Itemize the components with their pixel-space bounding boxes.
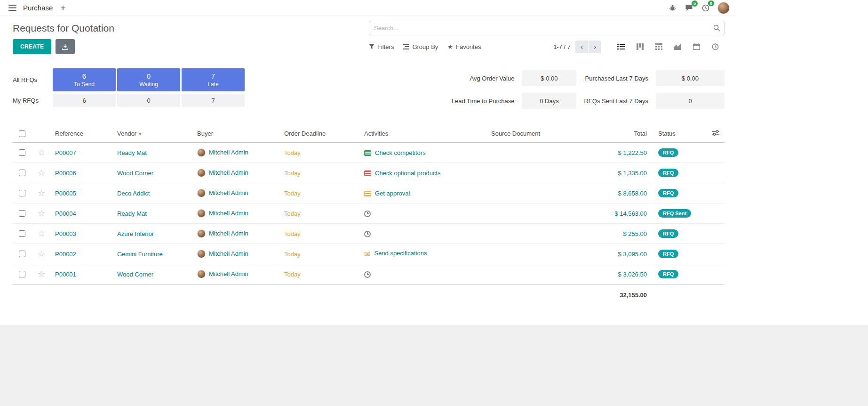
search-icon[interactable]	[713, 24, 720, 33]
buyer-link[interactable]: Mitchell Admin	[209, 270, 248, 277]
vendor-link[interactable]: Gemini Furniture	[117, 251, 163, 258]
activity-clock-icon[interactable]	[364, 211, 371, 217]
table-row[interactable]: ☆ P00003 Azure Interior Mitchell Admin T…	[13, 224, 725, 244]
reference-link[interactable]: P00003	[55, 230, 76, 237]
column-header-activities[interactable]: Activities	[360, 130, 487, 137]
activities-badge: 0	[708, 0, 714, 7]
table-row[interactable]: ☆ P00004 Ready Mat Mitchell Admin Today …	[13, 203, 725, 224]
control-panel: Requests for Quotation CREATE Filte	[0, 16, 737, 61]
buyer-link[interactable]: Mitchell Admin	[209, 189, 248, 196]
row-checkbox[interactable]	[19, 190, 25, 196]
kpi-avg-order-value-label: Avg Order Value	[452, 75, 515, 82]
table-row[interactable]: ☆ P00002 Gemini Furniture Mitchell Admin…	[13, 244, 725, 264]
table-row[interactable]: ☆ P00001 Wood Corner Mitchell Admin Toda…	[13, 264, 725, 284]
filters-button[interactable]: Filters	[369, 43, 394, 50]
vendor-link[interactable]: Ready Mat	[117, 149, 147, 156]
buyer-link[interactable]: Mitchell Admin	[209, 149, 248, 156]
row-checkbox[interactable]	[19, 230, 25, 237]
debug-bug-icon[interactable]	[668, 3, 677, 12]
reference-link[interactable]: P00006	[55, 170, 76, 177]
activity-link[interactable]: Check competitors	[375, 149, 426, 156]
graph-view-icon[interactable]	[668, 40, 687, 53]
create-button[interactable]: CREATE	[13, 39, 51, 54]
column-header-source-document[interactable]: Source Document	[487, 130, 581, 137]
reference-link[interactable]: P00001	[55, 271, 76, 278]
calendar-view-icon[interactable]	[687, 40, 706, 53]
search-bar	[369, 21, 725, 35]
reference-link[interactable]: P00002	[55, 251, 76, 258]
list-view-icon[interactable]	[612, 40, 630, 53]
late-label: Late	[207, 81, 218, 88]
row-checkbox[interactable]	[19, 271, 25, 277]
row-checkbox[interactable]	[19, 210, 25, 217]
row-checkbox[interactable]	[19, 170, 25, 176]
my-waiting-tile[interactable]: 0	[117, 94, 180, 107]
vendor-link[interactable]: Wood Corner	[117, 271, 153, 278]
pager: 1-7 / 7 ‹ ›	[553, 41, 601, 53]
column-header-buyer[interactable]: Buyer	[193, 130, 280, 137]
pager-previous-button[interactable]: ‹	[575, 41, 588, 53]
row-checkbox[interactable]	[19, 251, 25, 257]
select-all-checkbox[interactable]	[19, 130, 25, 137]
kanban-view-icon[interactable]	[630, 40, 649, 53]
favorite-star-icon[interactable]: ☆	[32, 147, 51, 158]
activity-link[interactable]: Send specifications	[374, 250, 427, 257]
table-row[interactable]: ☆ P00005 Deco Addict Mitchell Admin Toda…	[13, 183, 725, 203]
apps-menu-button[interactable]	[8, 4, 17, 12]
column-header-status[interactable]: Status	[651, 130, 706, 137]
vendor-link[interactable]: Wood Corner	[117, 170, 153, 177]
favorite-star-icon[interactable]: ☆	[32, 269, 51, 279]
my-to-send-tile[interactable]: 6	[53, 94, 116, 107]
vendor-link[interactable]: Ready Mat	[117, 210, 147, 217]
activity-clock-icon[interactable]	[364, 231, 371, 237]
late-count: 7	[211, 72, 215, 80]
column-header-reference[interactable]: Reference	[51, 130, 113, 137]
favorite-star-icon[interactable]: ☆	[32, 228, 51, 239]
activity-view-icon[interactable]	[706, 40, 725, 53]
buyer-link[interactable]: Mitchell Admin	[209, 250, 248, 257]
app-name[interactable]: Purchase	[23, 4, 53, 12]
column-header-total[interactable]: Total	[581, 130, 651, 137]
activity-list-icon[interactable]	[364, 191, 371, 196]
user-avatar[interactable]	[717, 2, 730, 14]
buyer-link[interactable]: Mitchell Admin	[209, 169, 248, 176]
column-header-order-deadline[interactable]: Order Deadline	[280, 130, 360, 137]
reference-link[interactable]: P00004	[55, 210, 76, 217]
favorite-star-icon[interactable]: ☆	[32, 249, 51, 259]
group-by-button[interactable]: Group By	[403, 43, 438, 50]
buyer-link[interactable]: Mitchell Admin	[209, 230, 248, 237]
pager-next-button[interactable]: ›	[589, 41, 601, 53]
vendor-link[interactable]: Deco Addict	[117, 190, 150, 197]
optional-columns-icon[interactable]	[712, 130, 719, 137]
my-late-tile[interactable]: 7	[182, 94, 245, 107]
export-button[interactable]	[56, 39, 75, 54]
table-header-row: Reference Vendor▾ Buyer Order Deadline A…	[13, 125, 725, 143]
tile-to-send[interactable]: 6 To Send	[53, 68, 116, 91]
pivot-view-icon[interactable]	[649, 40, 668, 53]
table-row[interactable]: ☆ P00006 Wood Corner Mitchell Admin Toda…	[13, 163, 725, 183]
activity-list-icon[interactable]	[364, 150, 371, 156]
activity-clock-icon[interactable]	[364, 271, 371, 278]
waiting-label: Waiting	[139, 81, 158, 88]
reference-link[interactable]: P00005	[55, 190, 76, 197]
favorites-button[interactable]: ★ Favorites	[447, 43, 481, 50]
activity-list-icon[interactable]	[364, 171, 371, 176]
activity-link[interactable]: Check optional products	[375, 170, 440, 177]
search-input[interactable]	[369, 21, 725, 35]
plus-icon[interactable]: +	[60, 3, 65, 12]
tile-waiting[interactable]: 0 Waiting	[117, 68, 180, 91]
kpi-purchased-7days: $ 0.00	[656, 70, 725, 86]
favorite-star-icon[interactable]: ☆	[32, 168, 51, 178]
table-row[interactable]: ☆ P00007 Ready Mat Mitchell Admin Today …	[13, 143, 725, 163]
favorite-star-icon[interactable]: ☆	[32, 188, 51, 198]
activity-envelope-icon[interactable]	[364, 251, 370, 258]
vendor-link[interactable]: Azure Interior	[117, 230, 154, 237]
favorite-star-icon[interactable]: ☆	[32, 208, 51, 219]
reference-link[interactable]: P00007	[55, 149, 76, 156]
tile-late[interactable]: 7 Late	[182, 68, 245, 91]
buyer-link[interactable]: Mitchell Admin	[209, 210, 248, 217]
total-cell: $ 1,335.00	[618, 170, 647, 177]
activity-link[interactable]: Get approval	[375, 190, 410, 197]
column-header-vendor[interactable]: Vendor▾	[113, 130, 193, 137]
row-checkbox[interactable]	[19, 149, 25, 156]
